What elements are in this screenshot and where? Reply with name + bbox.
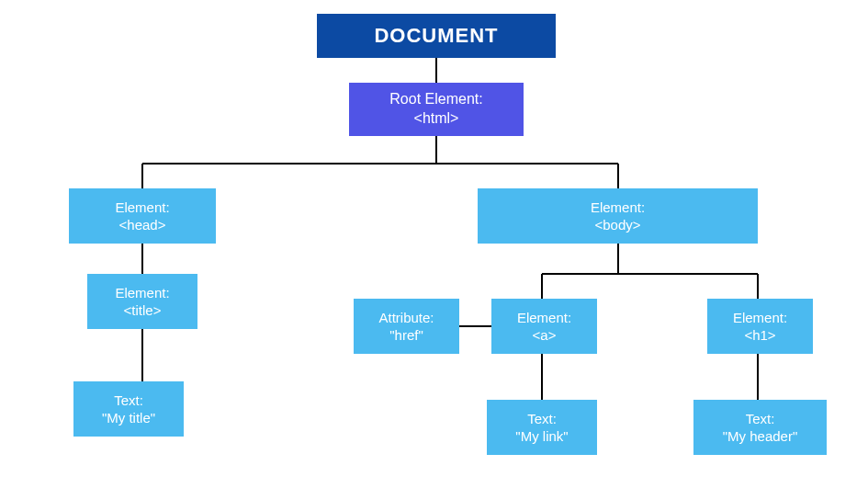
node-text-myheader-line2: "My header" — [723, 427, 798, 446]
node-text-mytitle-line1: Text: — [114, 392, 143, 410]
node-a: Element: <a> — [491, 299, 597, 354]
node-a-line2: <a> — [533, 326, 557, 345]
node-text-mylink-line2: "My link" — [515, 427, 568, 446]
node-text-mytitle: Text: "My title" — [73, 381, 184, 437]
node-head-line1: Element: — [115, 199, 169, 217]
node-title-line2: <title> — [124, 301, 162, 320]
node-document-label: DOCUMENT — [374, 23, 498, 50]
node-title: Element: <title> — [87, 274, 197, 329]
node-title-line1: Element: — [115, 284, 169, 302]
node-body-line1: Element: — [591, 199, 645, 217]
node-body: Element: <body> — [478, 188, 758, 244]
node-h1-line2: <h1> — [744, 326, 775, 345]
node-root-line2: <html> — [414, 109, 459, 129]
node-attr-href: Attribute: "href" — [354, 299, 459, 354]
node-h1: Element: <h1> — [707, 299, 813, 354]
node-attr-href-line2: "href" — [389, 326, 423, 345]
node-text-mylink-line1: Text: — [527, 410, 557, 428]
node-h1-line1: Element: — [733, 309, 787, 327]
node-root-line1: Root Element: — [389, 90, 482, 109]
node-root-html: Root Element: <html> — [349, 83, 524, 136]
node-text-mytitle-line2: "My title" — [102, 409, 155, 427]
node-a-line1: Element: — [517, 309, 571, 327]
node-head-line2: <head> — [119, 216, 166, 234]
node-head: Element: <head> — [69, 188, 216, 244]
node-body-line2: <body> — [594, 216, 640, 234]
node-text-myheader: Text: "My header" — [693, 400, 827, 455]
node-attr-href-line1: Attribute: — [378, 309, 434, 327]
node-document: DOCUMENT — [317, 14, 556, 58]
node-text-mylink: Text: "My link" — [487, 400, 597, 455]
node-text-myheader-line1: Text: — [746, 410, 775, 428]
